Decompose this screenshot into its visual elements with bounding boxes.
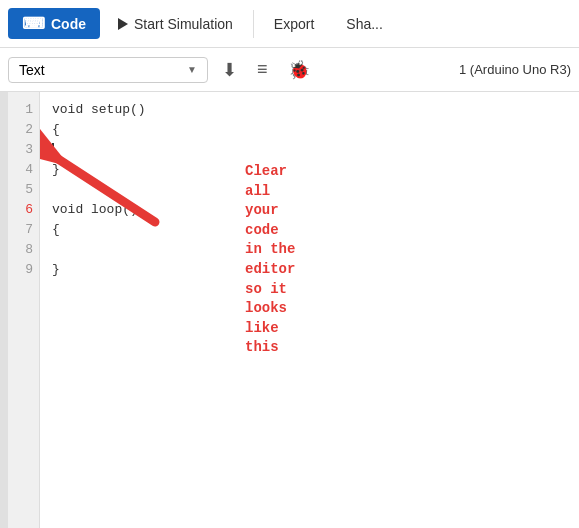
code-line-1: void setup() [52, 100, 567, 120]
simulate-label: Start Simulation [134, 16, 233, 32]
code-line-6: void loop() [52, 200, 567, 220]
line-numbers: 1 2 3 4 5 6 7 8 9 [8, 92, 40, 528]
code-line-9: } [52, 260, 567, 280]
editor-toolbar: Text ▼ ⬇ ≡ 🐞 1 (Arduino Uno R3) [0, 48, 579, 92]
code-line-7: { [52, 220, 567, 240]
mode-dropdown-label: Text [19, 62, 179, 78]
share-button[interactable]: Sha... [332, 10, 397, 38]
device-label: 1 (Arduino Uno R3) [459, 62, 571, 77]
bug-button[interactable]: 🐞 [282, 55, 316, 85]
line-num-8: 8 [14, 240, 33, 260]
line-num-9: 9 [14, 260, 33, 280]
export-button[interactable]: Export [260, 10, 328, 38]
code-line-4: } [52, 160, 567, 180]
stack-button[interactable]: ≡ [251, 55, 274, 84]
cursor [52, 143, 54, 157]
toolbar-separator [253, 10, 254, 38]
line-num-7: 7 [14, 220, 33, 240]
line-num-3: 3 [14, 140, 33, 160]
download-button[interactable]: ⬇ [216, 55, 243, 85]
code-line-2: { [52, 120, 567, 140]
line-num-1: 1 [14, 100, 33, 120]
code-line-5 [52, 180, 567, 200]
editor-area: 1 2 3 4 5 6 7 8 9 void setup() { } void … [0, 92, 579, 528]
code-editor[interactable]: void setup() { } void loop() { } [40, 92, 579, 528]
main-toolbar: ⌨ Code Start Simulation Export Sha... [0, 0, 579, 48]
share-label: Sha... [346, 16, 383, 32]
line-num-2: 2 [14, 120, 33, 140]
code-button[interactable]: ⌨ Code [8, 8, 100, 39]
line-num-5: 5 [14, 180, 33, 200]
side-strip [0, 92, 8, 528]
code-icon: ⌨ [22, 14, 45, 33]
stack-icon: ≡ [257, 59, 268, 79]
code-button-label: Code [51, 16, 86, 32]
download-icon: ⬇ [222, 60, 237, 80]
code-line-3 [52, 140, 567, 160]
play-icon [118, 18, 128, 30]
chevron-down-icon: ▼ [187, 64, 197, 75]
bug-icon: 🐞 [288, 60, 310, 80]
code-line-8 [52, 240, 567, 260]
start-simulation-button[interactable]: Start Simulation [104, 10, 247, 38]
export-label: Export [274, 16, 314, 32]
mode-dropdown[interactable]: Text ▼ [8, 57, 208, 83]
line-num-4: 4 [14, 160, 33, 180]
line-num-6: 6 [14, 200, 33, 220]
